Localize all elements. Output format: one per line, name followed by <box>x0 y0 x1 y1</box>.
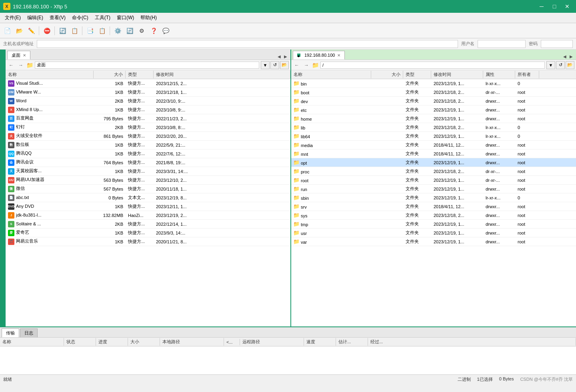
left-forward-button[interactable]: → <box>17 61 25 69</box>
list-item[interactable]: 📁tmp 文件夹 2023/12/19, 1... drwxr... root <box>291 220 576 229</box>
right-col-owner[interactable]: 所有者 <box>515 71 539 78</box>
right-col-perm[interactable]: 属性 <box>483 71 515 78</box>
list-item[interactable]: XXMind 8 Up... 1KB 快捷方... 2023/10/8, 9:.… <box>6 105 290 114</box>
left-path-dropdown[interactable]: ▼ <box>261 61 270 69</box>
list-item[interactable]: 📁opt 文件夹 2023/12/19, 1... drwxr... root <box>291 158 576 167</box>
right-forward-button[interactable]: → <box>302 61 310 69</box>
transfer-col-remote[interactable]: 远程路径 <box>240 338 304 346</box>
transfer-col-arrow[interactable]: <... <box>224 339 240 345</box>
list-item[interactable]: 📁lib64 文件夹 2023/12/19, 1... lr-xr-x... 0 <box>291 132 576 141</box>
right-col-size[interactable]: 大小 <box>371 71 403 78</box>
settings-button[interactable]: ⚙ <box>136 25 147 36</box>
transfer-col-elapsed[interactable]: 经过... <box>368 338 576 346</box>
transfer-col-local[interactable]: 本地路径 <box>160 338 224 346</box>
left-back-button[interactable]: ← <box>7 61 15 69</box>
list-item[interactable]: WWord 2KB 快捷方... 2022/3/10, 9:... <box>6 97 290 105</box>
menu-file[interactable]: 文件(E) <box>2 14 24 22</box>
right-col-name[interactable]: 名称 <box>291 71 371 78</box>
list-item[interactable]: 天天翼校园客... 1KB 快捷方... 2023/3/31, 14:... <box>6 167 290 176</box>
right-back-button[interactable]: ← <box>293 61 301 69</box>
bottom-tab-transfer[interactable]: 传输 <box>2 328 19 337</box>
help-button[interactable]: ❓ <box>148 25 159 36</box>
right-tab-close[interactable]: ✕ <box>337 53 340 58</box>
list-item[interactable]: 📁lib 文件夹 2023/12/18, 2... lr-xr-x... 0 <box>291 123 576 132</box>
list-item[interactable]: DVDAny DVD 1KB 快捷方... 2023/12/11, 1... <box>6 202 290 211</box>
left-tab-next[interactable]: ▶ <box>282 53 289 60</box>
transfer-col-name[interactable]: 名称 <box>0 338 64 346</box>
right-refresh-button[interactable]: ↺ <box>556 61 565 69</box>
list-item[interactable]: 📁proc 文件夹 2023/12/18, 2... dr-xr-... roo… <box>291 167 576 176</box>
menu-window[interactable]: 窗口(W) <box>114 14 137 22</box>
paste-button[interactable]: 📋 <box>96 25 108 36</box>
list-item[interactable]: 📁media 文件夹 2018/4/11, 12... drwxr... roo… <box>291 141 576 149</box>
left-col-name[interactable]: 名称 <box>6 71 94 78</box>
list-item[interactable]: 📁run 文件夹 2023/12/19, 1... drwxr... root <box>291 185 576 193</box>
open-button[interactable]: 📂 <box>14 25 25 36</box>
list-item[interactable]: VMVMware W... 1KB 快捷方... 2023/12/18, 1..… <box>6 88 290 97</box>
bottom-tab-log[interactable]: 日志 <box>20 328 38 337</box>
transfer-col-speed[interactable]: 速度 <box>304 338 336 346</box>
list-item[interactable]: 📁root 文件夹 2023/12/19, 1... dr-xr-... roo… <box>291 176 576 185</box>
new-session-button[interactable]: 📄 <box>2 25 13 36</box>
left-tab-prev[interactable]: ◀ <box>276 53 282 60</box>
left-col-date[interactable]: 修改时间 <box>154 71 290 78</box>
transfer-col-eta[interactable]: 估计... <box>336 338 368 346</box>
left-tab-desktop[interactable]: 桌面 ✕ <box>7 51 30 60</box>
right-tab-next[interactable]: ▶ <box>568 53 574 60</box>
list-item[interactable]: 📁dev 文件夹 2023/12/18, 2... drwxr... root <box>291 97 576 105</box>
left-new-folder-button[interactable]: 📂 <box>280 61 289 69</box>
list-item[interactable]: 📁home 文件夹 2023/12/19, 1... drwxr... root <box>291 114 576 123</box>
list-item[interactable]: 📄abc.txt 0 Bytes 文本文... 2023/12/19, 8... <box>6 193 290 202</box>
list-item[interactable]: 📁bin 文件夹 2023/12/19, 1... lr-xr-x... 0 <box>291 79 576 88</box>
transfer-col-size[interactable]: 大小 <box>128 338 160 346</box>
left-path-input[interactable] <box>35 62 259 69</box>
list-item[interactable]: SSolitaire & ... 2KB 快捷方... 2022/12/14, … <box>6 220 290 229</box>
right-tab-server[interactable]: ● 192.168.80.100 ✕ <box>293 51 345 60</box>
password-input[interactable] <box>541 40 573 48</box>
right-path-dropdown[interactable]: ▼ <box>546 61 555 69</box>
list-item[interactable]: 📁sys 文件夹 2023/12/18, 2... drwxr... root <box>291 211 576 220</box>
menu-view[interactable]: 查看(V) <box>46 14 69 22</box>
list-item[interactable]: 百百度网盘 795 Bytes 快捷方... 2022/11/23, 2... <box>6 114 290 123</box>
username-input[interactable] <box>478 40 526 48</box>
address-input[interactable] <box>37 40 458 48</box>
chat-button[interactable]: 💬 <box>160 25 171 36</box>
right-path-input[interactable] <box>320 62 545 69</box>
list-item[interactable]: 微微信 567 Bytes 快捷方... 2020/11/18, 1... <box>6 185 290 193</box>
menu-command[interactable]: 命令(C) <box>69 14 92 22</box>
list-item[interactable]: 数数位板 1KB 快捷方... 2022/5/9, 21:... <box>6 141 290 149</box>
close-button[interactable]: ✕ <box>562 2 573 11</box>
list-item[interactable]: QQ腾讯QQ 1KB 快捷方... 2022/7/6, 12:... <box>6 149 290 158</box>
right-tab-prev[interactable]: ◀ <box>562 53 568 60</box>
left-tab-close[interactable]: ✕ <box>23 53 26 58</box>
edit-button[interactable]: ✏️ <box>26 25 37 36</box>
list-item[interactable]: 会腾讯会议 764 Bytes 快捷方... 2021/8/8, 19:... <box>6 158 290 167</box>
toolbar-btn-5[interactable]: 🔄 <box>124 25 135 36</box>
disconnect-button[interactable]: ⛔ <box>41 25 52 36</box>
maximize-button[interactable]: □ <box>549 2 560 11</box>
transfer-col-status[interactable]: 状态 <box>64 338 96 346</box>
list-item[interactable]: 📁etc 文件夹 2023/12/19, 1... drwxr... root <box>291 105 576 114</box>
left-col-size[interactable]: 大小 <box>94 71 126 78</box>
minimize-button[interactable]: ─ <box>536 2 547 11</box>
list-item[interactable]: 爱爱奇艺 1KB 快捷方... 2023/9/3, 14:... <box>6 229 290 237</box>
toolbar-btn-4[interactable]: ⚙️ <box>112 25 123 36</box>
right-col-date[interactable]: 修改时间 <box>431 71 483 78</box>
list-item[interactable]: 📁mnt 文件夹 2018/4/11, 12... drwxr... root <box>291 149 576 158</box>
list-item[interactable]: 钉钉钉 2KB 快捷方... 2023/10/8, 8:... <box>6 123 290 132</box>
menu-tools[interactable]: 工具(T) <box>92 14 114 22</box>
list-item[interactable]: 📁sbin 文件夹 2023/12/19, 1... lr-xr-x... 0 <box>291 193 576 202</box>
list-item[interactable]: 🎵网易云音乐 1KB 快捷方... 2020/11/21, 8... <box>6 237 290 246</box>
list-item[interactable]: 📁usr 文件夹 2023/12/19, 1... drwxr... root <box>291 229 576 237</box>
list-item[interactable]: 火火绒安全软件 861 Bytes 快捷方... 2023/2/20, 20..… <box>6 132 290 141</box>
right-new-folder-button[interactable]: 📂 <box>566 61 574 69</box>
list-item[interactable]: Jjdk-8u381-l... 132.82MB HaoZi... 2023/1… <box>6 211 290 220</box>
copy-button[interactable]: 📑 <box>84 25 96 36</box>
menu-edit[interactable]: 编辑(E) <box>24 14 46 22</box>
transfer-col-progress[interactable]: 进度 <box>96 338 128 346</box>
right-col-type[interactable]: 类型 <box>403 71 431 78</box>
list-item[interactable]: VSVisual Studi... 1KB 快捷方... 2023/12/15,… <box>6 79 290 88</box>
left-col-type[interactable]: 类型 <box>126 71 154 78</box>
list-item[interactable]: 📁boot 文件夹 2023/12/18, 2... dr-xr-... roo… <box>291 88 576 97</box>
list-item[interactable]: 📁srv 文件夹 2018/4/11, 12... drwxr... root <box>291 202 576 211</box>
